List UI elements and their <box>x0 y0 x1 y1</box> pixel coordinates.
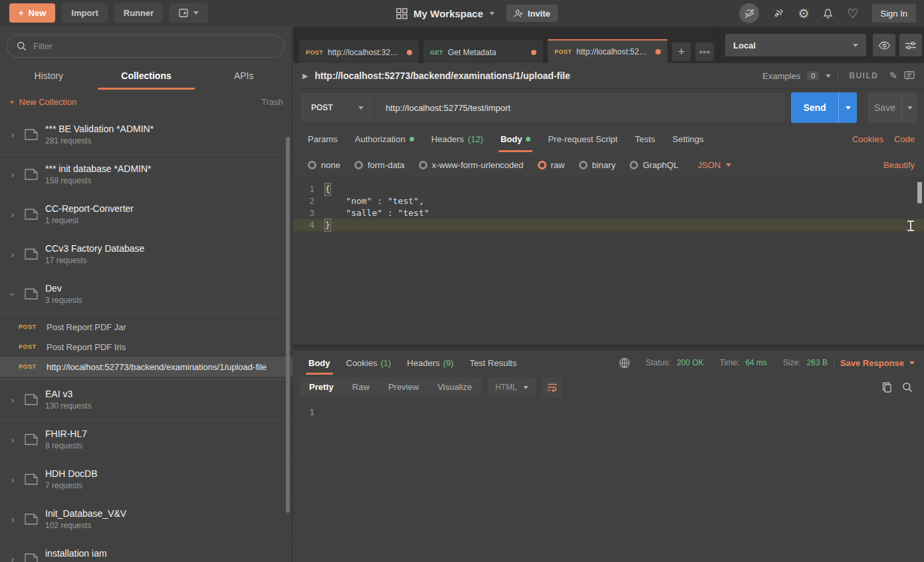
invite-button[interactable]: Invite <box>507 5 558 22</box>
editor-scrollbar[interactable] <box>917 182 922 203</box>
view-visualize[interactable]: Visualize <box>428 377 481 397</box>
filter-input[interactable] <box>33 41 275 51</box>
chevron-right-icon[interactable]: ▶ <box>302 72 308 80</box>
body-type-form-data[interactable]: form-data <box>354 160 405 170</box>
settings-button[interactable]: ⚙ <box>798 7 809 20</box>
runner-button[interactable]: Runner <box>114 3 164 23</box>
method-selector[interactable]: POST <box>300 93 375 122</box>
save-response-button[interactable]: Save Response <box>840 358 915 368</box>
beautify-link[interactable]: Beautify <box>883 160 915 170</box>
tab-apis[interactable]: APIs <box>195 62 292 90</box>
new-button[interactable]: + New <box>9 3 55 23</box>
tab-settings[interactable]: Settings <box>664 126 713 152</box>
chevron-right-icon[interactable]: › <box>8 514 17 525</box>
favorites-button[interactable]: ♡ <box>847 7 858 20</box>
examples-label[interactable]: Examples <box>762 71 800 81</box>
tab-authorization[interactable]: Authorization <box>346 126 423 152</box>
response-tab-body[interactable]: Body <box>300 351 338 375</box>
cookies-link[interactable]: Cookies <box>852 134 883 144</box>
chevron-down-icon[interactable] <box>826 74 831 78</box>
environment-settings-button[interactable] <box>899 34 922 56</box>
request-item-selected[interactable]: POST http://localhost:52773/backend/exam… <box>0 357 292 377</box>
collection-item[interactable]: › FHIR-HL7 8 requests <box>0 420 292 460</box>
code-link[interactable]: Code <box>894 134 915 144</box>
chevron-down-icon <box>523 386 528 389</box>
view-raw[interactable]: Raw <box>343 377 379 397</box>
view-pretty[interactable]: Pretty <box>300 377 343 397</box>
collection-item[interactable]: › installation iam 115 requests <box>0 539 292 562</box>
open-tab-1[interactable]: POST http://localhost:32783/... <box>299 41 419 63</box>
tab-history[interactable]: History <box>0 62 98 90</box>
save-button[interactable]: Save <box>868 92 917 123</box>
collection-item[interactable]: › HDH DocDB 7 requests <box>0 460 292 500</box>
response-format-selector[interactable]: HTML <box>488 377 536 397</box>
tab-tests[interactable]: Tests <box>626 126 663 152</box>
trash-button[interactable]: Trash <box>261 97 283 107</box>
chevron-right-icon[interactable]: › <box>8 554 17 562</box>
content-type-selector[interactable]: JSON <box>697 160 731 170</box>
response-tab-headers[interactable]: Headers (9) <box>399 351 461 375</box>
request-item[interactable]: POST Post Report PDF Jar <box>0 317 292 337</box>
chevron-right-icon[interactable]: › <box>8 209 17 220</box>
response-tab-test-results[interactable]: Test Results <box>461 351 524 375</box>
chevron-right-icon[interactable]: › <box>8 395 17 405</box>
add-tab-button[interactable]: + <box>672 43 691 61</box>
body-type-none[interactable]: none <box>308 160 340 170</box>
tab-params[interactable]: Params <box>299 126 346 152</box>
send-button[interactable]: Send <box>791 92 857 123</box>
tab-label: Authorization <box>355 134 405 144</box>
copy-icon[interactable] <box>882 382 892 393</box>
url-input[interactable] <box>375 103 785 113</box>
body-type-raw-selected[interactable]: raw <box>538 160 565 170</box>
open-tab-3-active[interactable]: POST http://localhost:52773/... <box>548 39 667 63</box>
wrap-lines-button[interactable] <box>542 377 562 397</box>
tab-collections[interactable]: Collections <box>98 62 195 90</box>
comments-icon[interactable] <box>904 71 915 81</box>
sidebar-scrollbar[interactable] <box>286 137 290 513</box>
tab-options-button[interactable] <box>695 43 714 61</box>
chevron-right-icon[interactable]: › <box>8 130 17 140</box>
collection-item[interactable]: › Init_Database_V&V 102 requests <box>0 500 292 539</box>
request-item[interactable]: POST Post Report PDF Iris <box>0 337 292 357</box>
new-collection-button[interactable]: + New Collection <box>9 97 76 107</box>
body-type-graphql[interactable]: GraphQL <box>630 160 678 170</box>
sync-off-button[interactable] <box>739 3 759 23</box>
collection-item[interactable]: › EAI v3 130 requests <box>0 380 292 420</box>
workspace-switcher[interactable]: My Workspace <box>396 8 495 19</box>
environment-preview-button[interactable] <box>873 34 895 56</box>
collection-folder-icon <box>24 128 39 141</box>
collection-meta: 158 requests <box>45 176 152 185</box>
request-body-editor[interactable]: 1 { 2 "nom" : "test", 3 "salle" : "test"… <box>293 178 924 345</box>
chevron-right-icon[interactable]: › <box>8 169 17 180</box>
body-type-urlencoded[interactable]: x-www-form-urlencoded <box>419 160 524 170</box>
import-button[interactable]: Import <box>62 3 107 23</box>
tab-body[interactable]: Body <box>492 126 540 152</box>
body-type-binary[interactable]: binary <box>579 160 616 170</box>
open-tab-2[interactable]: GET Get Metadata <box>423 41 543 63</box>
network-globe-icon[interactable] <box>619 357 630 369</box>
capture-requests-button[interactable] <box>772 7 784 19</box>
notifications-button[interactable] <box>822 7 834 19</box>
response-tab-cookies[interactable]: Cookies (1) <box>338 351 400 375</box>
chevron-right-icon[interactable]: › <box>8 434 17 445</box>
sign-in-button[interactable]: Sign In <box>872 4 916 23</box>
environment-selector[interactable]: Local <box>725 34 866 56</box>
tab-headers[interactable]: Headers (12) <box>423 126 492 152</box>
collection-item[interactable]: › *** BE Validation *ADMIN* 281 requests <box>0 115 292 155</box>
collection-item-dev[interactable]: › Dev 3 requests <box>0 274 292 314</box>
save-options-button[interactable] <box>901 92 917 123</box>
pane-splitter[interactable] <box>293 345 924 351</box>
view-preview[interactable]: Preview <box>379 377 428 397</box>
new-window-button[interactable] <box>170 3 208 23</box>
chevron-down-icon[interactable]: › <box>7 290 18 299</box>
edit-icon[interactable]: ✎ <box>889 70 897 82</box>
send-options-button[interactable] <box>838 92 857 123</box>
response-body[interactable]: 1 <box>293 400 924 419</box>
collection-item[interactable]: › CC-Report-Converter 1 request <box>0 195 292 234</box>
search-icon[interactable] <box>902 382 913 393</box>
collection-item[interactable]: › CCv3 Factory Database 17 requests <box>0 234 292 274</box>
collection-item[interactable]: › *** init database *ADMIN* 158 requests <box>0 155 292 195</box>
chevron-right-icon[interactable]: › <box>8 474 17 485</box>
chevron-right-icon[interactable]: › <box>8 249 17 260</box>
tab-pre-request-script[interactable]: Pre-request Script <box>539 126 626 152</box>
